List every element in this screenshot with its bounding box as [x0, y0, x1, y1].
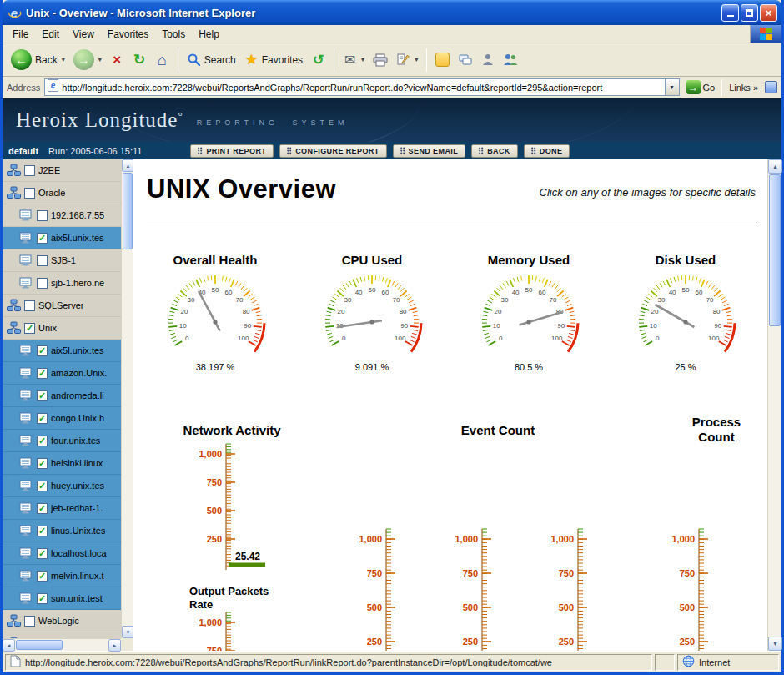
refresh-button[interactable]: ↻ — [129, 50, 150, 69]
item-label[interactable]: sun.unix.test — [51, 593, 103, 603]
item-checkbox[interactable] — [24, 300, 35, 311]
item-label[interactable]: andromeda.li — [51, 390, 104, 400]
address-dropdown-icon[interactable]: ▾ — [665, 79, 679, 95]
item-label[interactable]: Oracle — [38, 188, 65, 198]
sidebar-item-sqlserver[interactable]: SQLServer — [3, 295, 121, 317]
item-checkbox[interactable] — [24, 616, 35, 627]
sidebar-item-linus-unix-tes[interactable]: ✓linus.Unix.tes — [3, 520, 121, 542]
sidebar-item-oracle[interactable]: Oracle — [3, 182, 121, 204]
forward-dropdown-icon[interactable]: ▾ — [98, 56, 102, 63]
print-report-button[interactable]: PRINT REPORT — [190, 144, 274, 158]
scrollbar-thumb[interactable] — [16, 640, 63, 650]
scroll-right-icon[interactable]: ► — [108, 639, 121, 652]
sidebar-item-j2ee[interactable]: J2EE — [3, 159, 121, 182]
mail-dropdown-icon[interactable]: ▾ — [361, 56, 364, 63]
send-email-button[interactable]: SEND EMAIL — [393, 144, 466, 158]
sidebar-item-andromeda-li[interactable]: ✓andromeda.li — [3, 385, 121, 407]
links-button[interactable]: Links » — [726, 83, 761, 93]
go-button[interactable]: → Go — [684, 79, 718, 95]
item-checkbox[interactable]: ✓ — [37, 368, 48, 379]
sidebar-item-helsinki-linux[interactable]: ✓helsinki.linux — [3, 452, 121, 475]
back-button[interactable]: BACK — [471, 144, 518, 158]
discuss-button[interactable] — [455, 52, 475, 68]
item-checkbox[interactable] — [37, 278, 48, 289]
item-label[interactable]: localhost.loca — [51, 548, 107, 558]
item-checkbox[interactable]: ✓ — [37, 233, 48, 244]
item-label[interactable]: SJB-1 — [51, 255, 76, 265]
sidebar-item-weblogic[interactable]: WebLogic — [3, 610, 121, 632]
item-checkbox[interactable] — [24, 165, 35, 176]
minimize-button[interactable] — [721, 4, 739, 22]
item-label[interactable]: jeb-redhat-1. — [51, 503, 103, 513]
sidebar-item-sjb-1-hero-ne[interactable]: sjb-1.hero.ne — [3, 272, 121, 295]
sidebar-item-jeb-redhat-1-[interactable]: ✓jeb-redhat-1. — [3, 497, 121, 520]
mail-button[interactable]: ✉▾ — [339, 51, 368, 69]
item-checkbox[interactable]: ✓ — [37, 571, 48, 582]
scroll-up-icon[interactable]: ▲ — [122, 159, 134, 172]
sidebar-item-congo-unix-h[interactable]: ✓congo.Unix.h — [3, 407, 121, 430]
links-chevron-icon[interactable]: » — [753, 83, 758, 93]
item-checkbox[interactable]: ✓ — [37, 481, 48, 491]
contact-button[interactable] — [477, 51, 498, 68]
favorites-button[interactable]: ★ Favorites — [241, 50, 306, 69]
sidebar-item-melvin-linux-t[interactable]: ✓melvin.linux.t — [3, 565, 121, 587]
item-checkbox[interactable] — [37, 255, 48, 266]
menu-file[interactable]: File — [6, 26, 35, 43]
sidebar-item-192-168-7-55[interactable]: 192.168.7.55 — [3, 204, 121, 227]
linear-gauge-gauge-column-2[interactable]: 1,000750500250 — [334, 524, 428, 651]
item-label[interactable]: 192.168.7.55 — [51, 210, 104, 220]
sidebar-item-huey-unix-tes[interactable]: ✓huey.unix.tes — [3, 475, 121, 497]
scroll-left-icon[interactable]: ◄ — [3, 639, 15, 652]
search-button[interactable]: Search — [183, 50, 239, 69]
stop-button[interactable]: × — [107, 50, 128, 69]
linear-gauge-network-activity-input[interactable]: 1,00075050025025.42 — [174, 439, 268, 584]
item-label[interactable]: WebLogic — [38, 616, 79, 626]
messenger-button[interactable] — [432, 50, 453, 69]
linear-gauge-process-count-1[interactable]: 1,000750500250 — [647, 524, 741, 651]
scrollbar-thumb[interactable] — [769, 174, 781, 326]
item-label[interactable]: sjb-1.hero.ne — [51, 278, 104, 288]
item-checkbox[interactable]: ✓ — [37, 526, 48, 536]
linear-gauge-event-count-2[interactable]: 1,000750500250 — [526, 524, 620, 651]
scroll-down-icon[interactable]: ▼ — [768, 637, 782, 651]
history-button[interactable]: ↺ — [308, 51, 329, 69]
linear-gauge-event-count-1[interactable]: 1,000750500250 — [430, 524, 524, 651]
sidebar-item-aix5l-unix-tes[interactable]: ✓aix5l.unix.tes — [3, 340, 121, 362]
menu-view[interactable]: View — [66, 26, 101, 43]
item-label[interactable]: four.unix.tes — [51, 436, 100, 446]
item-label[interactable]: linus.Unix.tes — [51, 526, 105, 536]
item-checkbox[interactable]: ✓ — [37, 390, 48, 401]
item-checkbox[interactable]: ✓ — [37, 413, 48, 424]
maximize-button[interactable] — [741, 4, 758, 22]
menu-favorites[interactable]: Favorites — [101, 26, 155, 43]
done-button[interactable]: DONE — [524, 144, 570, 158]
item-label[interactable]: melvin.linux.t — [51, 571, 104, 581]
scroll-down-icon[interactable]: ▼ — [122, 626, 134, 638]
home-button[interactable]: ⌂ — [152, 50, 173, 70]
back-button[interactable]: ← Back ▾ — [8, 47, 68, 73]
item-label[interactable]: amazon.Unix. — [51, 368, 107, 378]
item-label[interactable]: helsinki.linux — [51, 458, 103, 468]
item-label[interactable]: aix5l.unix.tes — [51, 233, 104, 243]
item-checkbox[interactable]: ✓ — [37, 548, 48, 559]
item-checkbox[interactable]: ✓ — [37, 503, 48, 514]
menu-edit[interactable]: Edit — [35, 26, 66, 43]
forward-button[interactable]: → ▾ — [70, 47, 105, 73]
item-label[interactable]: SQLServer — [38, 300, 83, 310]
close-button[interactable]: × — [760, 4, 777, 22]
item-label[interactable]: aix5l.unix.tes — [51, 345, 104, 355]
scrollbar-thumb[interactable] — [123, 173, 133, 249]
menu-tools[interactable]: Tools — [155, 26, 192, 43]
item-checkbox[interactable] — [24, 188, 35, 199]
item-checkbox[interactable]: ✓ — [24, 323, 35, 334]
sidebar-item[interactable] — [3, 632, 121, 638]
item-label[interactable]: congo.Unix.h — [51, 413, 104, 423]
content-vertical-scrollbar[interactable]: ▲ ▼ — [767, 159, 781, 651]
sidebar-item-localhost-loca[interactable]: ✓localhost.loca — [3, 542, 121, 565]
configure-report-button[interactable]: CONFIGURE REPORT — [279, 144, 386, 158]
sidebar-vertical-scrollbar[interactable]: ▲ ▼ — [121, 159, 133, 638]
item-checkbox[interactable]: ✓ — [37, 458, 48, 469]
sidebar-item-sjb-1[interactable]: SJB-1 — [3, 249, 121, 272]
sidebar-item-aix5l-unix-tes[interactable]: ✓aix5l.unix.tes — [3, 227, 121, 249]
item-checkbox[interactable]: ✓ — [37, 436, 48, 446]
